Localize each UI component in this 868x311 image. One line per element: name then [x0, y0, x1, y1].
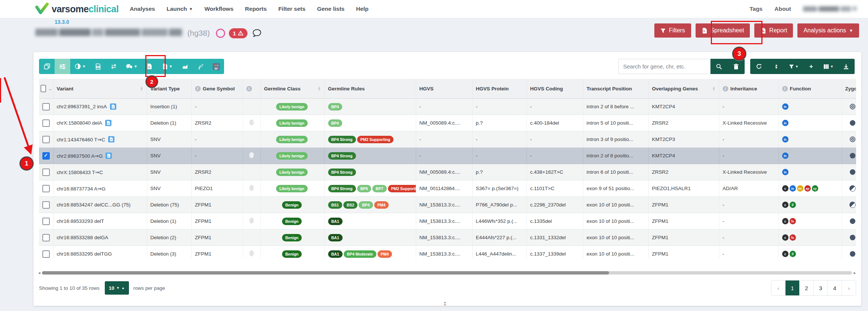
table-row[interactable]: chrX:15808040 delADeletion (1)ZRSR2Likel…: [39, 115, 856, 131]
nav-item-about[interactable]: About: [774, 6, 791, 12]
page-1-button[interactable]: 1: [786, 280, 800, 295]
row-checkbox[interactable]: [42, 119, 50, 127]
function-in-icon[interactable]: in: [782, 120, 788, 126]
table-row[interactable]: chr16:88533295 delTGGDeletion (3)ZFPM1Be…: [39, 246, 856, 259]
page-next-button[interactable]: ›: [842, 280, 856, 295]
rule-badge[interactable]: BP4: [328, 103, 342, 110]
table-row[interactable]: chr1:143476460 T⇒CSNV-Likely benignBP4 S…: [39, 131, 856, 148]
function-c-icon[interactable]: c: [782, 218, 788, 224]
toggle-pagination-button[interactable]: ▲▼: [768, 59, 785, 74]
rule-badge[interactable]: BA1: [328, 234, 343, 241]
row-checkbox[interactable]: [42, 152, 50, 160]
rule-badge[interactable]: BA1: [328, 218, 343, 225]
column-header-overlap[interactable]: Overlapping Genes▲▼: [648, 79, 719, 99]
cell-checkbox[interactable]: [39, 230, 53, 246]
column-header-type[interactable]: Variant Type: [147, 79, 191, 99]
table-row[interactable]: chr16:88737734 A⇒GSNVPIEZO1Likely benign…: [39, 180, 856, 197]
rule-badge[interactable]: BP6: [357, 185, 371, 192]
row-checkbox[interactable]: [42, 136, 50, 143]
function-in-icon[interactable]: in: [782, 103, 788, 110]
filter-dropdown-button[interactable]: ▼: [785, 59, 803, 74]
igv-button[interactable]: igv: [208, 59, 224, 74]
function-nc-icon[interactable]: nc: [797, 185, 803, 192]
column-header-zyg[interactable]: Zygosity: [842, 79, 856, 99]
info-icon[interactable]: i: [195, 86, 201, 92]
function-in-icon[interactable]: in: [782, 153, 788, 159]
column-header-gene[interactable]: iGene Symbol: [191, 79, 243, 99]
spreadsheet-button[interactable]: x Spreadsheet: [696, 23, 750, 38]
rule-badge[interactable]: BP7: [372, 185, 386, 192]
function-if-icon[interactable]: if: [790, 251, 796, 257]
function-c-icon[interactable]: c: [782, 234, 788, 241]
swap-button[interactable]: [106, 59, 122, 74]
cell-checkbox[interactable]: [39, 99, 53, 115]
rule-badge[interactable]: PM2 Supporting: [357, 136, 394, 143]
signal-button[interactable]: [193, 59, 208, 74]
column-header-dot[interactable]: i: [243, 79, 260, 99]
function-in-icon[interactable]: in: [790, 185, 796, 192]
rule-badge[interactable]: BS2: [343, 201, 357, 209]
column-header-gclass[interactable]: Germline Class▲▼: [260, 79, 324, 99]
nav-item-filter-sets[interactable]: Filter sets: [278, 6, 305, 12]
refresh-button[interactable]: [750, 59, 768, 74]
nav-item-help[interactable]: Help: [356, 6, 369, 12]
column-header-position[interactable]: Transcript Position: [583, 79, 648, 99]
cell-checkbox[interactable]: [39, 131, 53, 148]
table-row[interactable]: chr2:89637500 A⇒GSNV-Likely benignBP4 St…: [39, 148, 856, 164]
page-4-button[interactable]: 4: [828, 280, 842, 295]
germline-class-badge[interactable]: Likely benign: [276, 152, 308, 160]
rule-badge[interactable]: PM4: [378, 250, 392, 258]
scrollbar-track[interactable]: [42, 271, 852, 275]
function-in-icon[interactable]: in: [782, 136, 788, 142]
rule-badge[interactable]: BP4 Strong: [328, 185, 356, 192]
germline-class-badge[interactable]: Likely benign: [276, 119, 308, 127]
nav-item-analyses[interactable]: Analyses: [130, 6, 155, 12]
report-export-button[interactable]: ▼: [157, 59, 177, 74]
germline-class-badge[interactable]: Likely benign: [276, 185, 308, 192]
column-header-func[interactable]: iFunction: [778, 79, 842, 99]
column-header-inherit[interactable]: iInheritance: [719, 79, 778, 99]
nav-item-tags[interactable]: Tags: [749, 6, 762, 12]
page-2-button[interactable]: 2: [800, 280, 814, 295]
function-sp-icon[interactable]: sp: [804, 185, 811, 192]
rule-badge[interactable]: BP4: [359, 201, 373, 209]
rule-badge[interactable]: BP4 Strong: [328, 136, 356, 143]
function-c-icon[interactable]: c: [782, 185, 788, 192]
column-header-rules[interactable]: Germline Rules: [324, 79, 416, 99]
analysis-actions-button[interactable]: Analysis actions ▼: [797, 23, 859, 38]
search-input[interactable]: [618, 59, 714, 74]
function-c-icon[interactable]: c: [782, 202, 788, 208]
select-all-more[interactable]: ..: [49, 86, 52, 91]
variant-file-icon[interactable]: [108, 136, 114, 142]
table-row[interactable]: chr2:89637391_2 insAInsertion (1)-Likely…: [39, 99, 856, 115]
row-checkbox[interactable]: [42, 169, 50, 176]
scroll-left-icon[interactable]: ◂: [38, 270, 42, 275]
sort-arrows-icon[interactable]: ▲▼: [712, 86, 716, 91]
comment-bubble-icon[interactable]: [252, 28, 262, 38]
page-prev-button[interactable]: ‹: [771, 280, 786, 295]
contrast-view-button[interactable]: ▼: [70, 59, 90, 74]
nav-item-workflows[interactable]: Workflows: [204, 6, 233, 12]
page-size-dropdown[interactable]: 10 ▼ ▲: [105, 281, 129, 295]
vcf-file-button[interactable]: VCF: [90, 59, 106, 74]
row-checkbox[interactable]: [42, 201, 50, 209]
rule-badge[interactable]: BP4: [328, 119, 342, 127]
table-row[interactable]: chr16:88534247 delCC...GG (75)Deletion (…: [39, 197, 856, 213]
brand-logo[interactable]: varsomeclinical: [35, 3, 119, 15]
cell-checkbox[interactable]: [39, 164, 53, 180]
comments-button[interactable]: ▼: [122, 59, 142, 74]
column-header-variant[interactable]: Variant▲▼: [53, 79, 147, 99]
variant-file-icon[interactable]: [110, 103, 116, 110]
germline-class-badge[interactable]: Likely benign: [276, 136, 308, 143]
resize-handle-icon[interactable]: ↕: [443, 300, 447, 307]
function-if-icon[interactable]: if: [790, 202, 796, 208]
rule-badge[interactable]: BP4 Strong: [328, 152, 356, 160]
variant-file-icon[interactable]: [105, 120, 111, 126]
info-icon[interactable]: i: [246, 86, 252, 92]
chart-button[interactable]: [177, 59, 193, 74]
row-checkbox[interactable]: [42, 103, 50, 110]
sort-arrows-icon[interactable]: ▲▼: [140, 86, 143, 91]
function-in-icon[interactable]: in: [782, 169, 788, 175]
info-icon[interactable]: i: [782, 86, 788, 92]
cell-checkbox[interactable]: [39, 115, 53, 131]
